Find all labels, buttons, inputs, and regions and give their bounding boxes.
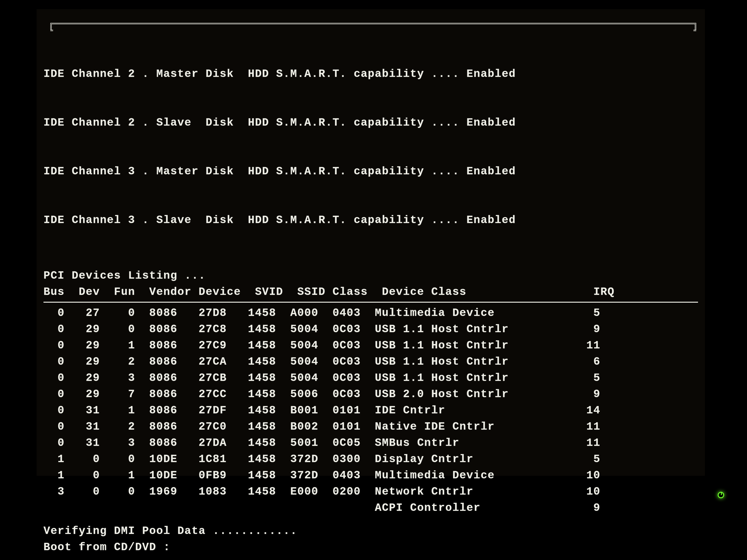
bios-screen: IDE Channel 2 . Master Disk HDD S.M.A.R.… bbox=[36, 9, 705, 476]
ide-status-block: IDE Channel 2 . Master Disk HDD S.M.A.R.… bbox=[44, 33, 698, 261]
ide-line: IDE Channel 2 . Slave Disk HDD S.M.A.R.T… bbox=[44, 115, 698, 131]
table-row: 0 29 1 8086 27C9 1458 5004 0C03 USB 1.1 … bbox=[44, 338, 698, 354]
table-row: 0 29 3 8086 27CB 1458 5004 0C03 USB 1.1 … bbox=[44, 370, 698, 386]
ide-line: IDE Channel 3 . Master Disk HDD S.M.A.R.… bbox=[44, 163, 698, 180]
ide-line: IDE Channel 3 . Slave Disk HDD S.M.A.R.T… bbox=[44, 212, 698, 228]
table-row: 0 27 0 8086 27D8 1458 A000 0403 Multimed… bbox=[44, 305, 698, 321]
verify-line: Verifying DMI Pool Data ............ bbox=[44, 523, 698, 539]
table-row: 0 29 0 8086 27C8 1458 5004 0C03 USB 1.1 … bbox=[44, 321, 698, 338]
table-row: 1 0 0 10DE 1C81 1458 372D 0300 Display C… bbox=[44, 451, 698, 468]
pci-table-body: 0 27 0 8086 27D8 1458 A000 0403 Multimed… bbox=[44, 305, 698, 516]
table-row: 0 29 7 8086 27CC 1458 5006 0C03 USB 2.0 … bbox=[44, 386, 698, 402]
table-row: 0 31 2 8086 27C0 1458 B002 0101 Native I… bbox=[44, 419, 698, 435]
box-border bbox=[50, 23, 696, 30]
divider bbox=[44, 302, 698, 303]
table-row: 1 0 1 10DE 0FB9 1458 372D 0403 Multimedi… bbox=[44, 468, 698, 484]
table-row: 0 31 3 8086 27DA 1458 5001 0C05 SMBus Cn… bbox=[44, 435, 698, 451]
table-row: 0 31 1 8086 27DF 1458 B001 0101 IDE Cntr… bbox=[44, 402, 698, 419]
power-led-icon bbox=[718, 492, 724, 498]
table-row: 0 29 2 8086 27CA 1458 5004 0C03 USB 1.1 … bbox=[44, 354, 698, 370]
pci-title: PCI Devices Listing ... bbox=[44, 268, 698, 284]
pci-header: Bus Dev Fun Vendor Device SVID SSID Clas… bbox=[44, 284, 698, 300]
table-row: 3 0 0 1969 1083 1458 E000 0200 Network C… bbox=[44, 484, 698, 500]
table-row: ACPI Controller 9 bbox=[44, 500, 698, 516]
boot-line: Boot from CD/DVD : bbox=[44, 539, 698, 555]
ide-line: IDE Channel 2 . Master Disk HDD S.M.A.R.… bbox=[44, 66, 698, 82]
